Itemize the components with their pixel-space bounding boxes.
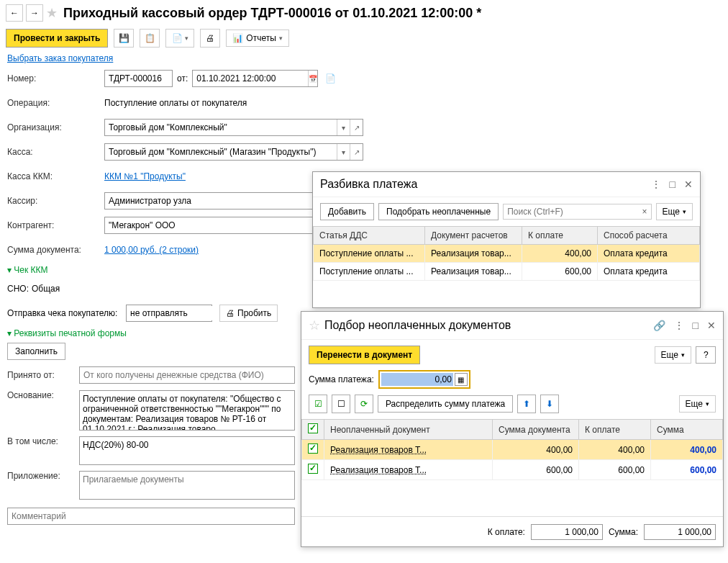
payment-split-table: Статья ДДС Документ расчетов К оплате Сп…: [313, 226, 700, 281]
comment-input[interactable]: [7, 508, 295, 525]
docsum-link[interactable]: 1 000,00 руб. (2 строки): [104, 245, 199, 255]
post-icon[interactable]: 📋: [140, 29, 160, 48]
col-sum[interactable]: Сумма: [651, 420, 723, 440]
operation-label: Операция:: [7, 98, 104, 108]
dropdown-icon[interactable]: ▾: [337, 144, 350, 160]
more-button[interactable]: Еще▾: [655, 346, 691, 364]
ftr-sum-label: Сумма:: [609, 527, 638, 537]
col-pay[interactable]: К оплате: [579, 420, 651, 440]
payment-split-panel: Разбивка платежа ⋮ □ ✕ Добавить Подобрат…: [312, 171, 701, 308]
contragent-input[interactable]: [105, 218, 319, 233]
calendar-icon[interactable]: 📅: [308, 71, 317, 86]
select-order-link[interactable]: Выбрать заказ покупателя: [0, 50, 120, 66]
from-who-label: Принято от:: [7, 370, 79, 380]
col-doc[interactable]: Документ расчетов: [425, 227, 522, 245]
move-down-button[interactable]: ⬇: [540, 395, 559, 413]
base-label: Основание:: [7, 390, 79, 400]
col-way[interactable]: Способ расчета: [598, 227, 700, 245]
refresh-button[interactable]: ⟳: [355, 395, 373, 413]
col-dds[interactable]: Статья ДДС: [314, 227, 425, 245]
sum-label: Сумма платежа:: [309, 374, 374, 384]
col-check[interactable]: [302, 420, 324, 440]
more-button[interactable]: Еще▾: [679, 395, 716, 413]
save-icon[interactable]: 💾: [114, 29, 134, 48]
unpaid-docs-panel: ☆ Подбор неоплаченных документов 🔗 ⋮ □ ✕…: [301, 311, 724, 547]
ftr-sum-input[interactable]: [644, 524, 716, 540]
cashier-label: Кассир:: [7, 196, 104, 206]
panel1-title: Разбивка платежа: [320, 178, 651, 191]
move-up-button[interactable]: ⬆: [517, 395, 536, 413]
col-pay[interactable]: К оплате: [522, 227, 598, 245]
page-title: Приходный кассовый ордер ТДРТ-000016 от …: [63, 6, 481, 21]
back-button[interactable]: ←: [6, 4, 23, 22]
kkm-link[interactable]: ККМ №1 "Продукты": [104, 171, 186, 181]
send-label: Отправка чека покупателю:: [7, 308, 126, 318]
sum-input-wrap: ▦: [378, 370, 470, 389]
table-row[interactable]: Поступление оплаты ... Реализация товар.…: [314, 245, 700, 263]
panel2-title: Подбор неоплаченных документов: [324, 319, 653, 332]
doc-link[interactable]: Реализация товаров Т...: [330, 465, 427, 475]
star-icon[interactable]: ★: [46, 5, 58, 21]
sum-input[interactable]: [381, 373, 453, 386]
att-textarea[interactable]: [79, 471, 295, 500]
link-icon[interactable]: 🔗: [653, 320, 665, 331]
clear-icon[interactable]: ×: [642, 207, 647, 217]
status-icon: 📄: [325, 73, 336, 84]
post-close-button[interactable]: Провести и закрыть: [6, 29, 108, 48]
check-icon[interactable]: [308, 443, 318, 454]
kassa-input[interactable]: [105, 145, 337, 159]
open-icon[interactable]: ↗: [350, 144, 363, 160]
check-all-button[interactable]: ☑: [309, 395, 327, 413]
punch-button[interactable]: 🖨Пробить: [219, 305, 278, 322]
create-dropdown[interactable]: 📄: [165, 29, 194, 48]
more-icon[interactable]: ⋮: [674, 320, 684, 331]
maximize-icon[interactable]: □: [670, 179, 675, 190]
sno-label: СНО:: [7, 284, 29, 294]
ftr-pay-input[interactable]: [531, 524, 603, 540]
unpaid-docs-table: Неоплаченный документ Сумма документа К …: [301, 419, 723, 480]
kassa-label: Касса:: [7, 147, 104, 157]
check-icon[interactable]: [308, 464, 318, 474]
ftr-pay-label: К оплате:: [488, 527, 525, 537]
maximize-icon[interactable]: □: [693, 320, 699, 331]
sno-value: Общая: [32, 284, 60, 294]
open-icon[interactable]: ↗: [350, 120, 363, 135]
distribute-button[interactable]: Распределить сумму платежа: [378, 395, 513, 413]
close-icon[interactable]: ✕: [707, 320, 716, 331]
col-doc[interactable]: Неоплаченный документ: [324, 420, 493, 440]
calc-icon[interactable]: ▦: [455, 373, 468, 386]
incl-label: В том числе:: [7, 436, 79, 446]
more-icon[interactable]: ⋮: [651, 179, 661, 190]
help-button[interactable]: ?: [696, 346, 716, 364]
reports-button[interactable]: 📊Отчеты▾: [226, 30, 288, 47]
table-row[interactable]: Реализация товаров Т... 600,00 600,00 60…: [302, 460, 723, 480]
star-icon[interactable]: ☆: [309, 317, 320, 333]
from-who-input[interactable]: [79, 366, 295, 384]
add-button[interactable]: Добавить: [320, 203, 374, 220]
table-row[interactable]: Реализация товаров Т... 400,00 400,00 40…: [302, 440, 723, 460]
col-sd[interactable]: Сумма документа: [493, 420, 579, 440]
kkm-label: Касса ККМ:: [7, 171, 104, 181]
org-input[interactable]: [105, 120, 337, 135]
pick-unpaid-button[interactable]: Подобрать неоплаченные: [378, 203, 499, 220]
close-icon[interactable]: ✕: [684, 179, 693, 190]
date-input[interactable]: [193, 71, 308, 86]
incl-textarea[interactable]: НДС(20%) 80-00: [79, 436, 295, 465]
forward-button[interactable]: →: [26, 4, 43, 22]
fill-button[interactable]: Заполнить: [7, 343, 65, 360]
docsum-label: Сумма документа:: [7, 245, 104, 255]
table-row[interactable]: Поступление оплаты ... Реализация товар.…: [314, 263, 700, 281]
dropdown-icon[interactable]: ▾: [337, 120, 350, 135]
uncheck-all-button[interactable]: ☐: [332, 395, 350, 413]
transfer-button[interactable]: Перенести в документ: [309, 346, 420, 364]
print-icon[interactable]: 🖨: [200, 29, 220, 48]
number-label: Номер:: [7, 73, 104, 84]
base-textarea[interactable]: Поступление оплаты от покупателя: "Общес…: [79, 390, 295, 431]
number-input[interactable]: [104, 70, 173, 87]
doc-link[interactable]: Реализация товаров Т...: [330, 445, 427, 455]
from-label: от:: [177, 73, 188, 84]
cashier-input[interactable]: [105, 194, 319, 208]
more-button[interactable]: Еще▾: [656, 203, 693, 220]
att-label: Приложение:: [7, 471, 79, 481]
search-box[interactable]: ×: [503, 204, 651, 220]
